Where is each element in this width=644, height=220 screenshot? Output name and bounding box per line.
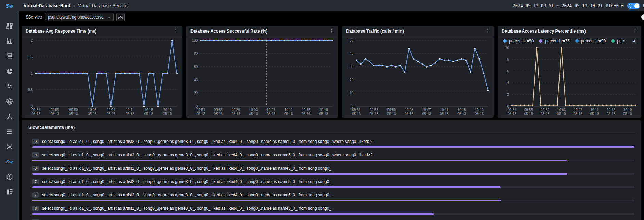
duration-badge: 8 [32, 166, 39, 171]
svg-text:10: 10 [505, 46, 509, 50]
kebab-menu-icon[interactable]: ⋮ [327, 28, 334, 34]
sidebar-item-topology-icon[interactable] [6, 113, 13, 120]
svg-text:4: 4 [507, 81, 509, 85]
kebab-menu-icon[interactable]: ⋮ [482, 28, 489, 34]
kebab-menu-icon[interactable]: ⋮ [171, 28, 178, 34]
sql-statement: select song0_.id as id1_0_, song0_.artis… [42, 139, 372, 144]
svg-text:10:03: 10:03 [88, 108, 96, 112]
duration-bar [32, 160, 567, 161]
service-select[interactable]: psql.skywalking-showcase.svc. ⌄ [45, 13, 114, 21]
topology-button[interactable] [116, 13, 125, 21]
legend-dot-icon [575, 39, 579, 43]
svg-text:09:59: 09:59 [232, 108, 240, 112]
refresh-icon[interactable]: ⟳ [643, 2, 644, 9]
skywalking-logo-icon: Sw [6, 3, 13, 9]
svg-text:10: 10 [350, 91, 354, 95]
legend-item[interactable]: percentile=75 [539, 39, 569, 44]
svg-text:10:11: 10:11 [440, 108, 449, 112]
slow-statement-text-line: 8select song0_.id as id1_0_, song0_.arti… [32, 166, 634, 171]
legend-item[interactable]: percentile=90 [575, 39, 606, 44]
duration-bar-track [32, 200, 634, 201]
svg-text:10:15: 10:15 [302, 108, 310, 112]
svg-text:10:15: 10:15 [607, 108, 615, 112]
svg-text:6: 6 [507, 69, 509, 73]
slow-statement-row: 7select song0_.id as id1_0_, song0_.arti… [32, 192, 634, 201]
chart-legend: percentile=50percentile=75percentile=90p… [498, 36, 641, 44]
svg-text:05-13: 05-13 [249, 112, 258, 116]
clock-icon [629, 4, 632, 8]
app-logo: Sw [6, 0, 13, 11]
svg-text:05-13: 05-13 [387, 112, 396, 116]
breadcrumb-root[interactable]: Virtual-Database-Root [24, 3, 70, 8]
svg-text:0.5: 0.5 [28, 88, 33, 92]
legend-label: perc [617, 39, 625, 44]
charts-row: Database Avg Response Time (ms)⋮21.510.5… [22, 26, 641, 118]
edge-floating-button[interactable] [641, 14, 644, 20]
top-navigation-bar: Virtual-Database-Root › Virtual-Database… [19, 0, 644, 11]
slow-statements-panel: Slow Statements (ms) 9select song0_.id a… [22, 120, 641, 220]
time-range-picker[interactable]: 2024-05-13 09:51 ~ 2024-05-13 10:21 [513, 3, 603, 8]
chart-panel-2: Database Traffic (calls / min)⋮504030201… [342, 26, 494, 118]
sidebar-item-alert-icon[interactable] [6, 173, 13, 181]
legend-scroll-left-icon[interactable]: ◀ [633, 39, 635, 44]
duration-bar [32, 200, 501, 201]
svg-text:10:11: 10:11 [126, 108, 134, 112]
svg-text:10:19: 10:19 [163, 108, 172, 112]
svg-text:05-13: 05-13 [163, 112, 172, 116]
svg-text:05-13: 05-13 [352, 112, 361, 116]
slow-statement-text-line: 8select song0_.id as id1_0_, song0_.arti… [32, 152, 634, 158]
legend-dot-icon [503, 39, 507, 43]
sidebar-item-globe-icon[interactable] [6, 98, 13, 105]
svg-text:30: 30 [350, 65, 354, 69]
sidebar-item-dashboard-icon[interactable] [6, 22, 13, 30]
legend-item[interactable]: percentile=50 [503, 39, 534, 44]
svg-text:05-13: 05-13 [524, 112, 533, 116]
svg-text:05-13: 05-13 [126, 112, 134, 116]
main-area: Virtual-Database-Root › Virtual-Database… [19, 0, 644, 220]
chart-title: Database Access Latency Percentile (ms) [502, 29, 586, 34]
duration-bar-track [32, 213, 634, 215]
svg-text:0: 0 [507, 105, 509, 108]
auto-refresh-toggle[interactable] [627, 3, 640, 9]
svg-text:05-13: 05-13 [574, 112, 582, 116]
sidebar-item-pie-chart-icon[interactable] [6, 68, 13, 75]
sidebar-item-list-icon[interactable] [6, 128, 13, 135]
slow-statement-text-line: 7select song0_.id as id1_0_, song0_.arti… [32, 179, 634, 184]
svg-text:2: 2 [507, 93, 509, 96]
svg-text:10:07: 10:07 [574, 108, 582, 112]
duration-badge: 9 [32, 139, 39, 144]
svg-text:05-13: 05-13 [623, 112, 632, 116]
svg-text:05-13: 05-13 [214, 112, 223, 116]
svg-text:10:19: 10:19 [623, 108, 632, 112]
legend-label: percentile=75 [545, 39, 569, 44]
svg-text:10:11: 10:11 [285, 108, 293, 112]
sidebar-item-sw-active[interactable]: Sw [6, 158, 13, 166]
svg-text:10:03: 10:03 [249, 108, 258, 112]
chart-title: Database Traffic (calls / min) [346, 29, 404, 34]
timezone-label: UTC+0:0 [606, 3, 624, 8]
svg-text:10:11: 10:11 [590, 108, 599, 112]
svg-text:100: 100 [192, 39, 198, 42]
svg-text:05-13: 05-13 [405, 112, 413, 116]
chart-plot: 21.510.5009:5105-1309:5505-1309:5905-131… [22, 36, 182, 118]
duration-bar [32, 186, 501, 188]
sidebar-item-grid-plus-icon[interactable] [6, 188, 13, 196]
breadcrumb-current: Virtual-Database-Service [78, 3, 127, 8]
svg-text:09:51: 09:51 [352, 108, 360, 112]
svg-text:05-13: 05-13 [370, 112, 379, 116]
legend-dot-icon [539, 39, 542, 43]
sidebar-item-bar-chart-icon[interactable] [6, 37, 13, 45]
skywalking-dashboard: { "topbar": { "logo_text": "Sw", "breadc… [0, 0, 644, 220]
duration-badge: 7 [32, 179, 39, 184]
legend-item[interactable]: perc [611, 39, 625, 44]
kebab-menu-icon[interactable]: ⋮ [630, 28, 637, 34]
svg-text:09:59: 09:59 [541, 108, 549, 112]
sidebar-item-database-icon[interactable] [6, 52, 13, 60]
slow-statement-text-line: 6select song0_.id as id1_0_, song0_.arti… [32, 206, 634, 211]
svg-text:09:55: 09:55 [214, 108, 223, 112]
toggle-knob [634, 3, 639, 8]
sidebar-item-scatter-icon[interactable] [6, 83, 13, 90]
sidebar-item-hub-icon[interactable] [6, 143, 13, 150]
chart-panel-0: Database Avg Response Time (ms)⋮21.510.5… [22, 26, 182, 118]
chart-title: Database Access Successful Rate (%) [190, 29, 267, 34]
